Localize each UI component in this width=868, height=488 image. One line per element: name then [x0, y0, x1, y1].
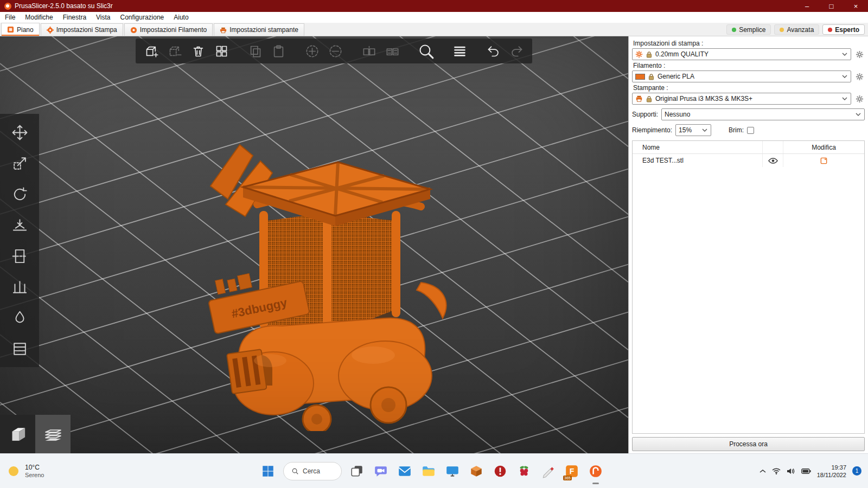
clock[interactable]: 19:37 18/11/2022	[817, 464, 846, 479]
menu-help[interactable]: Aiuto	[169, 12, 193, 23]
decrease-instances-icon[interactable]	[325, 41, 346, 61]
maximize-button[interactable]: □	[819, 0, 844, 12]
mode-label: Semplice	[739, 26, 765, 34]
yellow-dot-icon	[780, 28, 784, 32]
name-column-header: Nome	[633, 144, 762, 151]
tab-print-settings[interactable]: Impostazioni Stampa	[41, 23, 123, 36]
file-explorer-icon[interactable]	[418, 460, 439, 482]
monitor-icon	[445, 464, 459, 478]
tray-date: 18/11/2022	[817, 471, 846, 479]
start-button[interactable]	[257, 460, 279, 482]
alert-icon	[493, 464, 507, 478]
close-button[interactable]: ×	[844, 0, 868, 12]
chat-app-icon[interactable]	[370, 460, 392, 482]
seam-icon[interactable]	[8, 307, 31, 329]
editor-3d-view-button[interactable]	[0, 415, 35, 453]
eye-icon	[768, 158, 778, 164]
pen-icon	[541, 464, 555, 478]
minimize-button[interactable]: –	[795, 0, 819, 12]
remove-instance-icon[interactable]	[164, 41, 185, 61]
brim-label: Brim:	[729, 126, 744, 134]
alert-red-app-icon[interactable]	[489, 460, 511, 482]
split-to-objects-icon[interactable]	[359, 41, 379, 61]
tab-plater[interactable]: Piano	[1, 23, 40, 36]
viewport-toolbar	[136, 38, 532, 63]
wifi-icon[interactable]	[772, 468, 781, 474]
model-3d-buggy[interactable]: #3dbuggy	[205, 122, 449, 431]
split-to-parts-icon[interactable]	[382, 41, 403, 61]
volume-icon[interactable]	[787, 468, 795, 474]
preview-layers-view-button[interactable]	[35, 415, 71, 453]
view-mode-switch	[0, 415, 71, 453]
mode-expert[interactable]: Esperto	[822, 24, 865, 35]
running-indicator	[592, 483, 599, 484]
menu-configuration[interactable]: Configurazione	[116, 12, 169, 23]
chevron-down-icon	[842, 53, 847, 56]
taskbar-search[interactable]: Cerca	[283, 462, 342, 480]
cut-icon[interactable]	[8, 245, 31, 267]
paste-icon[interactable]	[268, 41, 289, 61]
place-on-face-icon[interactable]	[8, 214, 31, 236]
lock-icon	[648, 73, 654, 80]
viewport-canvas[interactable]: #3dbuggy	[0, 36, 628, 453]
supports-combo[interactable]: Nessuno	[661, 108, 865, 120]
layers-legend-icon[interactable]	[449, 41, 470, 61]
pen-app-icon[interactable]	[537, 460, 559, 482]
variable-layer-height-icon[interactable]	[8, 338, 31, 359]
filament-combo[interactable]: Generic PLA	[632, 70, 851, 82]
object-name[interactable]: E3d TEST...stl	[633, 157, 762, 164]
paint-supports-icon[interactable]	[8, 276, 31, 298]
menu-view[interactable]: Vista	[91, 12, 115, 23]
increase-instances-icon[interactable]	[302, 41, 322, 61]
visibility-toggle[interactable]	[762, 154, 783, 167]
mode-advanced[interactable]: Avanzata	[774, 24, 819, 35]
delete-icon[interactable]	[188, 41, 208, 61]
filament-color-swatch	[635, 74, 645, 80]
move-gizmo-icon[interactable]	[8, 121, 31, 143]
printer-combo[interactable]: Original Prusa i3 MK3S & MK3S+	[632, 93, 851, 105]
menu-window[interactable]: Finestra	[58, 12, 91, 23]
task-view-button[interactable]	[346, 460, 368, 482]
scale-gizmo-icon[interactable]	[8, 152, 31, 174]
brim-checkbox[interactable]	[747, 127, 754, 134]
mail-app-icon[interactable]	[394, 460, 416, 482]
chevron-down-icon	[702, 129, 707, 132]
infill-combo[interactable]: 15%	[675, 124, 711, 136]
print-settings-combo[interactable]: 0.20mm QUALITY	[632, 48, 851, 60]
undo-icon[interactable]	[483, 41, 503, 61]
box-orange-app-icon[interactable]	[465, 460, 487, 482]
weather-icon	[7, 464, 21, 478]
arrange-icon[interactable]	[211, 41, 232, 61]
filament-gear-button[interactable]	[854, 71, 865, 82]
search-icon[interactable]	[416, 41, 436, 61]
add-object-icon[interactable]	[141, 41, 162, 61]
notification-badge[interactable]: 1	[852, 466, 861, 476]
modify-object-button[interactable]	[783, 154, 864, 167]
process-now-button[interactable]: Processa ora	[632, 437, 865, 451]
object-row[interactable]: E3d TEST...stl	[633, 154, 864, 167]
prusaslicer-app-icon[interactable]	[585, 460, 607, 482]
chevron-down-icon	[842, 75, 847, 78]
copy-icon[interactable]	[245, 41, 265, 61]
redo-icon[interactable]	[506, 41, 527, 61]
mode-label: Esperto	[835, 26, 859, 34]
rotate-gizmo-icon[interactable]	[8, 183, 31, 205]
printer-settings-icon	[220, 27, 227, 34]
tray-chevron-button[interactable]	[760, 469, 766, 473]
battery-icon[interactable]	[801, 468, 811, 474]
tab-printer-settings[interactable]: Impostazioni stampante	[214, 23, 304, 36]
print-settings-gear-button[interactable]	[854, 49, 865, 60]
menu-edit[interactable]: Modifiche	[20, 12, 58, 23]
svg-text:F: F	[570, 467, 575, 476]
tab-filament-settings[interactable]: Impostazioni Filamento	[124, 23, 213, 36]
printer-gear-button[interactable]	[854, 93, 865, 104]
display-app-icon[interactable]	[442, 460, 463, 482]
print-settings-icon	[47, 27, 54, 34]
raspberry-pi-app-icon[interactable]	[513, 460, 535, 482]
system-tray: 19:37 18/11/2022 1	[760, 464, 868, 479]
f365-app-icon[interactable]: F 365	[561, 460, 583, 482]
mode-simple[interactable]: Semplice	[726, 24, 771, 35]
filament-value: Generic PLA	[658, 73, 694, 80]
menu-file[interactable]: File	[0, 12, 20, 23]
weather-widget[interactable]: 10°C Sereno	[0, 454, 114, 488]
